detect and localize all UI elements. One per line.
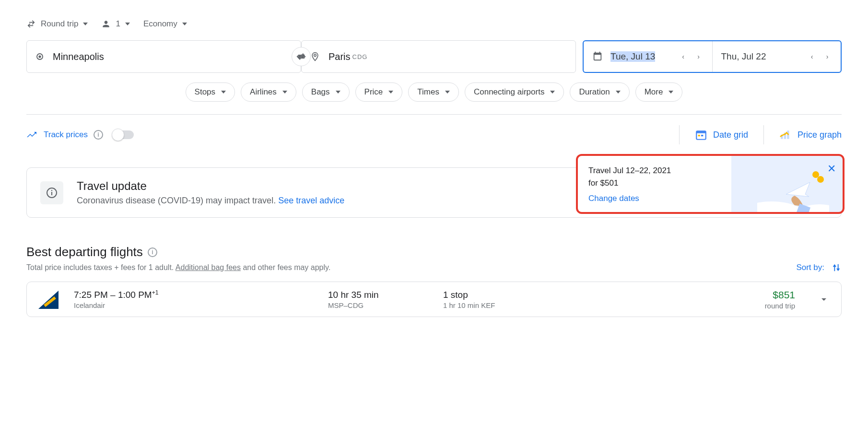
track-prices-label: Track prices: [44, 130, 88, 140]
chevron-down-icon: [388, 91, 393, 94]
sort-by-control[interactable]: Sort by:: [796, 262, 842, 273]
filter-connecting-airports[interactable]: Connecting airports: [465, 82, 564, 102]
depart-prev-day[interactable]: ‹: [677, 50, 690, 63]
flight-result-row[interactable]: 7:25 PM – 1:00 PM+1 Icelandair 10 hr 35 …: [26, 282, 842, 317]
filter-duration[interactable]: Duration: [570, 82, 629, 102]
track-row: Track prices i Date grid Price graph Tra…: [26, 125, 842, 144]
chevron-down-icon: [445, 91, 450, 94]
flight-stops: 1 stop: [443, 290, 558, 300]
swap-arrows-icon: [26, 19, 36, 29]
tip-caret: [631, 154, 640, 156]
filter-price[interactable]: Price: [355, 82, 403, 102]
trend-icon: [26, 129, 38, 141]
flight-route: MSP–CDG: [328, 301, 429, 309]
departure-date-field[interactable]: Tue, Jul 13 ‹ ›: [584, 41, 713, 72]
return-next-day[interactable]: ›: [821, 50, 834, 63]
chevron-down-icon: [282, 91, 287, 94]
info-icon[interactable]: i: [148, 247, 157, 257]
return-prev-day[interactable]: ‹: [805, 50, 819, 63]
return-date-value: Thu, Jul 22: [721, 51, 766, 62]
divider: [26, 114, 842, 115]
filter-bags[interactable]: Bags: [302, 82, 350, 102]
depart-next-day[interactable]: ›: [692, 50, 705, 63]
filter-airlines[interactable]: Airlines: [241, 82, 296, 102]
person-icon: [101, 19, 111, 29]
departure-date-value: Tue, Jul 13: [610, 51, 655, 62]
passengers-dropdown[interactable]: 1: [101, 19, 129, 29]
svg-rect-15: [51, 192, 52, 195]
airline-logo: [38, 289, 59, 310]
chevron-down-icon: [83, 23, 88, 25]
filter-chip-row: Stops Airlines Bags Price Times Connecti…: [26, 82, 842, 102]
svg-rect-3: [696, 131, 706, 133]
divider: [679, 125, 680, 144]
destination-value: Paris: [328, 51, 351, 62]
chevron-down-icon: [221, 91, 226, 94]
flight-airline: Icelandair: [74, 301, 314, 309]
bar-chart-icon: [779, 129, 792, 141]
chevron-down-icon: [550, 91, 555, 94]
svg-rect-16: [51, 190, 52, 191]
change-dates-link[interactable]: Change dates: [588, 194, 639, 203]
svg-point-1: [38, 55, 41, 58]
chevron-down-icon[interactable]: [818, 294, 830, 305]
cabin-class-label: Economy: [143, 19, 177, 29]
trip-type-label: Round trip: [41, 19, 78, 29]
flight-price: $851: [765, 289, 795, 301]
svg-rect-5: [701, 135, 703, 136]
paper-plane-illustration: [757, 168, 829, 214]
info-icon: [46, 187, 58, 199]
location-pin-icon: [310, 51, 320, 62]
svg-point-13: [817, 176, 824, 183]
origin-icon: [35, 52, 44, 61]
filter-more[interactable]: More: [635, 82, 683, 102]
passenger-count: 1: [116, 19, 120, 29]
filter-stops[interactable]: Stops: [186, 82, 235, 102]
svg-point-12: [812, 171, 819, 178]
return-date-field[interactable]: Thu, Jul 22 ‹ ›: [713, 41, 841, 72]
flight-duration: 10 hr 35 min: [328, 290, 429, 300]
info-icon[interactable]: i: [94, 130, 103, 140]
travel-advice-link[interactable]: See travel advice: [278, 196, 344, 205]
calendar-grid-icon: [695, 129, 707, 141]
update-title: Travel update: [77, 179, 344, 193]
filter-times[interactable]: Times: [408, 82, 459, 102]
chevron-down-icon: [616, 91, 621, 94]
section-title: Best departing flights i: [26, 245, 842, 259]
origin-value: Minneapolis: [53, 51, 104, 62]
track-prices-group: Track prices i: [26, 129, 134, 141]
info-box-icon: [40, 181, 63, 204]
cabin-class-dropdown[interactable]: Economy: [143, 19, 187, 29]
destination-code: CDG: [352, 53, 368, 60]
flight-times: 7:25 PM – 1:00 PM+1: [74, 289, 314, 300]
chevron-down-icon: [336, 91, 340, 94]
chevron-down-icon: [125, 23, 130, 25]
trip-type-dropdown[interactable]: Round trip: [26, 19, 88, 29]
swap-button[interactable]: ⇄: [292, 47, 311, 66]
section-sub-row: Total price includes taxes + fees for 1 …: [26, 262, 842, 273]
sort-arrows-icon: [831, 262, 842, 273]
svg-rect-4: [698, 135, 700, 136]
bag-fees-link[interactable]: Additional bag fees: [176, 263, 241, 271]
chevron-down-icon: [182, 23, 187, 25]
update-text: Coronavirus disease (COVID-19) may impac…: [77, 196, 344, 206]
search-row: Minneapolis ⇄ Paris CDG Tue, Jul 13 ‹ ›: [26, 40, 842, 73]
date-grid-link[interactable]: Date grid: [695, 129, 748, 141]
trip-options-row: Round trip 1 Economy: [26, 19, 842, 29]
date-range-input: Tue, Jul 13 ‹ › Thu, Jul 22 ‹ ›: [583, 40, 842, 73]
origin-dest-wrap: Minneapolis ⇄ Paris CDG: [26, 40, 576, 73]
chevron-down-icon: [669, 91, 673, 94]
origin-input[interactable]: Minneapolis: [26, 40, 301, 73]
flight-layover: 1 hr 10 min KEF: [443, 301, 558, 309]
calendar-icon: [592, 51, 603, 63]
flight-price-sub: round trip: [765, 302, 795, 310]
destination-input[interactable]: Paris CDG: [301, 40, 576, 73]
divider: [763, 125, 764, 144]
track-prices-toggle[interactable]: [113, 130, 134, 139]
price-graph-link[interactable]: Price graph: [779, 129, 842, 141]
section-subtitle: Total price includes taxes + fees for 1 …: [26, 263, 330, 272]
price-tip-card: Travel Jul 12–22, 2021 for $501 Change d…: [576, 154, 845, 214]
